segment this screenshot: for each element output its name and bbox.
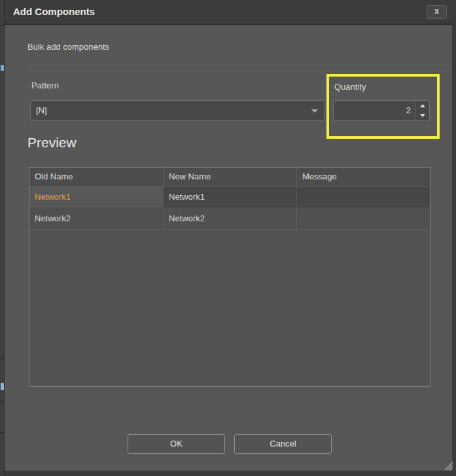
dialog-bottom-edge	[5, 471, 456, 476]
chevron-down-icon	[311, 109, 318, 113]
dialog-right-edge	[452, 1, 456, 476]
column-header-new-name[interactable]: New Name	[163, 168, 296, 186]
spin-down-icon	[420, 114, 425, 117]
cancel-button[interactable]: Cancel	[234, 434, 332, 454]
close-icon: x	[434, 7, 439, 16]
cell-new-name[interactable]: Network1	[163, 187, 296, 208]
column-header-message[interactable]: Message	[296, 168, 430, 186]
spin-up-button[interactable]	[416, 101, 429, 110]
table-row[interactable]: Network2 Network2	[29, 208, 430, 230]
pattern-dropdown[interactable]: [N]	[30, 100, 325, 120]
spin-down-button[interactable]	[416, 111, 429, 120]
preview-heading: Preview	[27, 135, 77, 151]
spin-up-icon	[420, 104, 425, 107]
dialog-titlebar[interactable]: Add Components x	[5, 0, 456, 25]
ok-button[interactable]: OK	[128, 434, 225, 454]
table-header-row: Old Name New Name Message	[29, 168, 430, 187]
quantity-label: Quantity	[334, 82, 366, 92]
column-header-old-name[interactable]: Old Name	[29, 168, 163, 186]
pattern-value: [N]	[36, 105, 47, 115]
table-row[interactable]: Network1 Network1	[29, 187, 430, 208]
background-window-edge	[0, 0, 5, 476]
spinner-buttons	[415, 101, 429, 120]
background-icon-fragment	[1, 65, 4, 71]
background-icon-fragment	[1, 383, 4, 390]
cell-new-name[interactable]: Network2	[163, 208, 296, 229]
pattern-label: Pattern	[31, 81, 59, 90]
preview-table: Old Name New Name Message Network1 Netwo…	[29, 167, 430, 387]
quantity-input[interactable]	[334, 101, 413, 120]
background-divider	[0, 401, 5, 402]
cell-old-name-selected[interactable]: Network1	[29, 187, 163, 208]
background-divider	[0, 357, 5, 359]
background-divider	[0, 432, 5, 433]
quantity-stepper[interactable]	[333, 100, 430, 120]
close-button[interactable]: x	[427, 5, 447, 19]
cell-message[interactable]	[296, 208, 430, 229]
cell-old-name[interactable]: Network2	[29, 208, 163, 229]
cell-message[interactable]	[296, 187, 430, 208]
bulk-add-label: Bulk add components	[27, 42, 109, 52]
resize-grip-icon[interactable]	[442, 459, 453, 471]
dialog-title: Add Components	[13, 6, 95, 17]
section-divider	[27, 65, 450, 65]
background-divider	[0, 25, 5, 26]
